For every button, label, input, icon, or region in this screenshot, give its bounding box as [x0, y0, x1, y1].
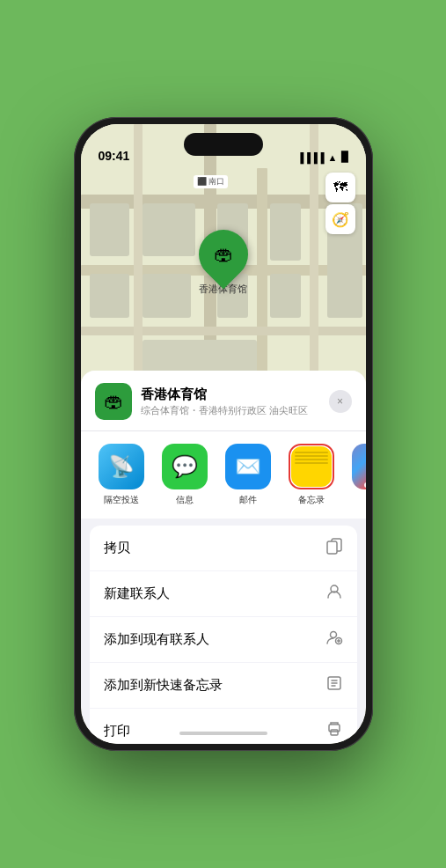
print-label: 打印 — [104, 723, 130, 739]
home-indicator — [179, 732, 267, 735]
status-icons: ▐▐▐▐ ▲ ▉ — [296, 151, 347, 163]
share-notes[interactable]: 备忘录 — [281, 444, 341, 506]
svg-rect-9 — [143, 274, 191, 318]
add-notes-label: 添加到新快速备忘录 — [104, 677, 223, 694]
location-icon: 🧭 — [332, 211, 349, 228]
svg-rect-13 — [270, 274, 301, 318]
share-mail[interactable]: ✉️ 邮件 — [218, 444, 278, 506]
status-time: 09:41 — [99, 149, 130, 163]
copy-icon — [325, 537, 343, 559]
messages-icon: 💬 — [162, 444, 208, 489]
close-button[interactable]: × — [329, 390, 352, 413]
dynamic-island — [184, 133, 263, 156]
svg-rect-19 — [327, 541, 337, 554]
sheet-header: 🏟 香港体育馆 综合体育馆・香港特别行政区 油尖旺区 × — [81, 371, 366, 431]
notes-icon — [291, 446, 332, 487]
menu-item-add-existing[interactable]: 添加到现有联系人 — [90, 617, 357, 663]
share-airdrop[interactable]: 📡 隔空投送 — [91, 444, 151, 506]
location-button[interactable]: 🧭 — [325, 204, 355, 234]
svg-rect-8 — [143, 203, 195, 256]
new-contact-label: 新建联系人 — [104, 585, 170, 602]
venue-icon-symbol: 🏟 — [104, 390, 123, 413]
venue-icon: 🏟 — [95, 383, 132, 420]
menu-section: 拷贝 新建联系人 — [90, 526, 357, 744]
venue-pin-icon: 🏟 — [214, 243, 233, 266]
notes-line-2 — [295, 455, 328, 457]
marker-pin: 🏟 — [188, 219, 258, 289]
copy-label: 拷贝 — [104, 540, 130, 556]
menu-item-add-notes[interactable]: 添加到新快速备忘录 — [90, 663, 357, 709]
svg-rect-5 — [81, 327, 366, 335]
svg-rect-16 — [90, 203, 129, 256]
map-type-button[interactable]: 🗺 — [325, 173, 355, 202]
battery-icon: ▉ — [341, 151, 348, 163]
airdrop-icon: 📡 — [99, 444, 144, 489]
airdrop-label: 隔空投送 — [104, 494, 139, 506]
menu-item-copy[interactable]: 拷贝 — [90, 526, 357, 571]
new-contact-icon — [325, 583, 343, 605]
direction-icon: ⬛ — [197, 177, 207, 186]
phone-screen: 09:41 ▐▐▐▐ ▲ ▉ — [81, 124, 366, 744]
venue-info: 香港体育馆 综合体育馆・香港特别行政区 油尖旺区 — [141, 386, 320, 417]
notes-line-3 — [295, 459, 328, 460]
bottom-sheet: 🏟 香港体育馆 综合体育馆・香港特别行政区 油尖旺区 × 📡 隔空投送 — [81, 371, 366, 744]
signal-icon: ▐▐▐▐ — [296, 152, 324, 163]
svg-rect-12 — [270, 203, 301, 261]
mail-label: 邮件 — [239, 494, 257, 506]
svg-rect-17 — [90, 274, 129, 318]
map-type-icon: 🗺 — [333, 180, 347, 195]
share-more[interactable]: 推 — [345, 444, 366, 506]
airdrop-symbol: 📡 — [108, 454, 135, 479]
svg-point-21 — [330, 632, 336, 638]
mail-icon: ✉️ — [225, 444, 271, 489]
menu-item-new-contact[interactable]: 新建联系人 — [90, 571, 357, 617]
add-notes-icon — [325, 674, 343, 696]
map-north-label: ⬛ 南口 — [194, 175, 229, 188]
more-icon — [352, 444, 366, 489]
wifi-icon: ▲ — [328, 152, 338, 163]
location-marker: 🏟 香港体育馆 — [199, 230, 248, 296]
svg-rect-25 — [331, 730, 338, 735]
share-row: 📡 隔空投送 💬 信息 ✉️ 邮件 — [81, 431, 366, 519]
share-messages[interactable]: 💬 信息 — [155, 444, 215, 506]
venue-description: 综合体育馆・香港特别行政区 油尖旺区 — [141, 404, 320, 417]
venue-name: 香港体育馆 — [141, 386, 320, 403]
notes-line-4 — [295, 462, 328, 464]
notes-label: 备忘录 — [298, 494, 325, 506]
add-existing-icon — [325, 629, 343, 651]
print-icon — [325, 720, 343, 742]
map-controls: 🗺 🧭 — [325, 173, 355, 234]
mail-symbol: ✉️ — [235, 454, 261, 479]
notes-line-1 — [295, 452, 328, 453]
messages-symbol: 💬 — [172, 454, 198, 479]
messages-label: 信息 — [176, 494, 194, 506]
add-existing-label: 添加到现有联系人 — [104, 631, 209, 648]
phone-frame: 09:41 ▐▐▐▐ ▲ ▉ — [74, 117, 373, 751]
menu-item-print[interactable]: 打印 — [90, 709, 357, 744]
